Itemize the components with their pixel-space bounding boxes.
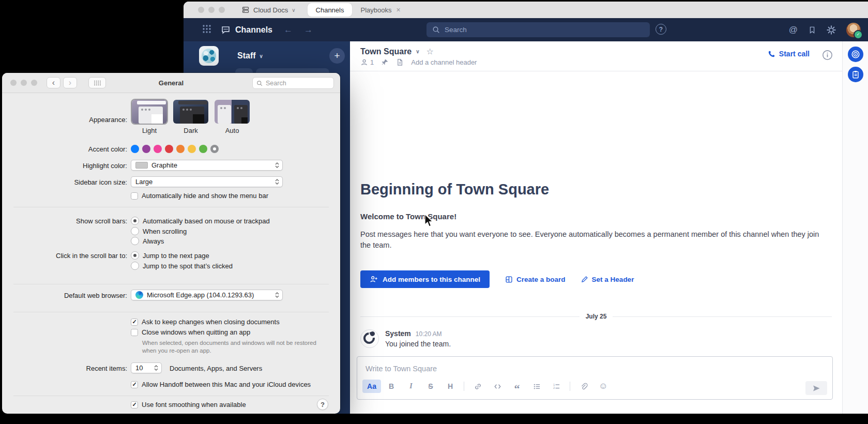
mentions-icon[interactable]: @ [789, 25, 798, 35]
italic-icon[interactable]: I [402, 380, 420, 393]
numbered-list-icon[interactable]: 12 [547, 380, 566, 393]
member-count[interactable]: 1 [360, 58, 374, 66]
accent-color-pink[interactable] [154, 145, 162, 153]
edge-browser-icon [135, 291, 143, 299]
menu-bar-checkbox[interactable] [131, 192, 138, 200]
search-input[interactable]: Search [427, 22, 650, 37]
message-author[interactable]: System [385, 329, 411, 338]
tab-label: Playbooks [360, 6, 391, 14]
strikethrough-icon[interactable]: S [421, 380, 440, 393]
boards-icon[interactable] [848, 47, 863, 62]
product-switcher-button[interactable] [202, 24, 211, 35]
prefs-search-input[interactable]: Search [252, 77, 334, 89]
prefs-content: Appearance: Light Dark Auto Accent color… [2, 93, 340, 414]
appearance-option-dark[interactable] [173, 100, 208, 124]
team-icon[interactable] [199, 46, 219, 66]
zoom-window-button[interactable] [219, 7, 225, 13]
add-channel-button[interactable]: + [329, 48, 345, 64]
scroll-click-option-0: Jump to the next page [131, 251, 209, 260]
accent-color-yellow[interactable] [188, 145, 196, 153]
show-all-button[interactable] [88, 77, 106, 88]
search-icon [432, 26, 440, 34]
formatting-toggle-button[interactable]: Aa [362, 380, 381, 393]
accent-color-red[interactable] [165, 145, 173, 153]
bold-icon[interactable]: B [382, 380, 401, 393]
help-button[interactable]: ? [656, 24, 666, 35]
scroll-click-option-1: Jump to the spot that’s clicked [131, 262, 233, 270]
accent-color-blue[interactable] [131, 145, 139, 153]
accent-color-graphite[interactable] [210, 145, 219, 153]
sidebar-icon-size-select[interactable]: Large [131, 176, 283, 187]
font-smoothing-checkbox[interactable]: ✓ [131, 401, 138, 408]
zoom-window-button[interactable] [31, 80, 37, 86]
app-tab-bar: Cloud Docs ∨ Channels Playbooks × [184, 2, 868, 18]
start-call-button[interactable]: Start call [768, 50, 810, 58]
channel-info-button[interactable] [822, 50, 833, 62]
sidebar-icon-size-label: Sidebar icon size: [74, 178, 127, 186]
close-window-button[interactable] [10, 80, 17, 86]
settings-gear-icon[interactable] [827, 25, 836, 35]
message-composer[interactable]: Write to Town Square Aa B I S H [357, 356, 833, 400]
channel-files-icon[interactable] [396, 58, 404, 66]
scroll-click-radio-spot[interactable] [131, 262, 139, 270]
pinned-posts-icon[interactable] [381, 58, 389, 66]
server-menu[interactable]: Cloud Docs ∨ [241, 6, 296, 14]
toolbar-separator [570, 382, 570, 391]
add-members-button[interactable]: Add members to this channel [360, 270, 490, 288]
close-windows-checkbox[interactable] [131, 329, 138, 336]
chevron-down-icon: ∨ [416, 49, 419, 54]
help-button[interactable]: ? [317, 399, 328, 410]
user-avatar[interactable]: ✓ [846, 23, 861, 37]
scroll-bars-option-2: Always [131, 237, 164, 245]
date-divider-label[interactable]: July 25 [586, 313, 607, 320]
close-window-button[interactable] [198, 7, 204, 13]
tab-playbooks[interactable]: Playbooks × [352, 3, 408, 17]
blockquote-icon[interactable]: “ [508, 377, 526, 396]
back-button[interactable]: ‹ [47, 77, 60, 88]
saved-posts-icon[interactable] [808, 26, 816, 34]
emoji-icon[interactable]: ☺ [594, 380, 613, 393]
minimize-window-button[interactable] [208, 7, 215, 13]
accent-color-green[interactable] [199, 145, 207, 153]
send-button[interactable] [805, 381, 827, 395]
scroll-click-radio-next-page[interactable] [131, 251, 139, 260]
attachment-icon[interactable] [574, 380, 593, 393]
default-browser-label: Default web browser: [64, 292, 127, 299]
back-icon[interactable]: ← [284, 25, 293, 35]
recent-items-select[interactable]: 10 [131, 362, 162, 373]
heading-icon[interactable]: H [441, 380, 460, 393]
scroll-bars-radio-always[interactable] [131, 237, 139, 245]
accent-color-purple[interactable] [142, 145, 150, 153]
appearance-option-auto[interactable] [215, 100, 250, 124]
scroll-bars-radio-auto[interactable] [131, 217, 139, 225]
accent-color-orange[interactable] [176, 145, 185, 153]
handoff-checkbox[interactable]: ✓ [131, 381, 138, 388]
channel-meta: 1 Add a channel header [360, 58, 842, 66]
playbooks-icon[interactable] [848, 67, 863, 82]
appearance-option-light[interactable] [132, 100, 167, 124]
favorite-star-icon[interactable]: ☆ [427, 47, 434, 56]
forward-icon[interactable]: → [304, 25, 313, 35]
team-menu[interactable]: Staff ∨ [237, 51, 263, 60]
code-icon[interactable] [488, 380, 507, 393]
scroll-bars-radio-when-scrolling[interactable] [131, 227, 139, 235]
menu-bar-checkbox-label: Automatically hide and show the menu bar [142, 192, 268, 200]
tab-channels[interactable]: Channels [308, 3, 353, 17]
minimize-window-button[interactable] [21, 80, 27, 86]
set-header-button[interactable]: Set a Header [581, 276, 634, 283]
link-icon[interactable] [468, 380, 487, 393]
add-person-icon [370, 275, 378, 283]
default-browser-value: Microsoft Edge.app (104.0.1293.63) [147, 291, 271, 299]
channel-header-placeholder[interactable]: Add a channel header [411, 58, 477, 66]
keep-changes-checkbox[interactable]: ✓ [131, 319, 138, 326]
updown-chevrons-icon [275, 162, 279, 169]
bulleted-list-icon[interactable] [527, 380, 546, 393]
accent-color-label: Accent color: [88, 145, 127, 153]
product-label: Channels [235, 25, 272, 35]
forward-button[interactable]: › [63, 77, 77, 88]
svg-text:1: 1 [553, 383, 555, 386]
highlight-color-select[interactable]: Graphite [131, 160, 283, 171]
close-tab-icon[interactable]: × [396, 6, 400, 14]
create-board-button[interactable]: Create a board [505, 276, 566, 283]
default-browser-select[interactable]: Microsoft Edge.app (104.0.1293.63) [131, 290, 283, 300]
